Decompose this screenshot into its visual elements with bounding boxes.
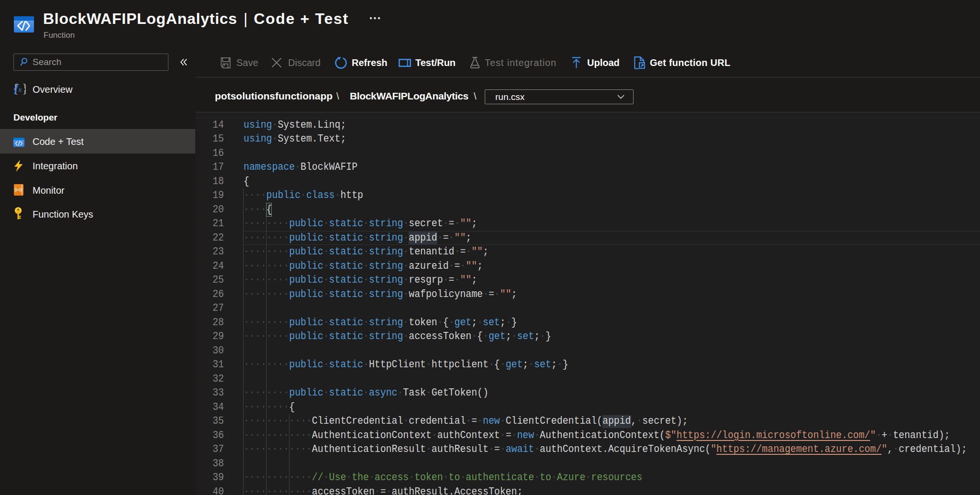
svg-text:}: } xyxy=(22,82,26,95)
svg-text:x: x xyxy=(18,86,22,93)
